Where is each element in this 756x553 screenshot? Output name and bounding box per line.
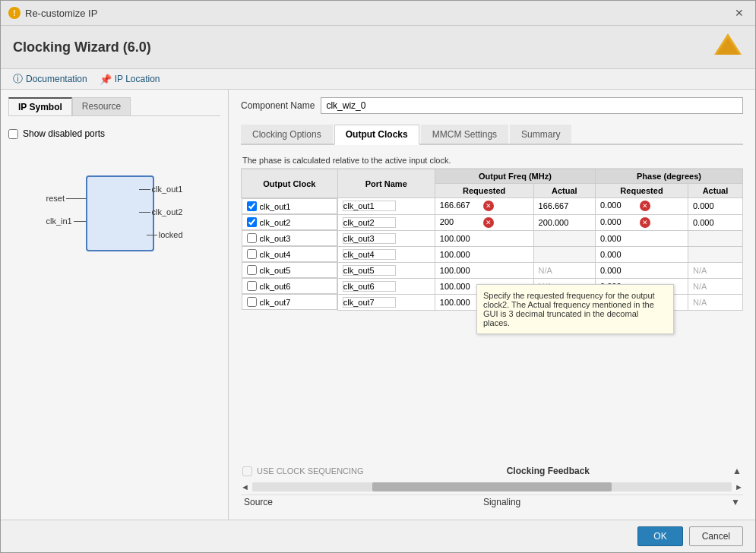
col-group-output-freq: Output Freq (MHz) — [435, 169, 595, 184]
clock-checkbox-5[interactable] — [247, 281, 257, 291]
show-disabled-label: Show disabled ports — [23, 128, 105, 139]
clock-checkbox-3[interactable] — [247, 249, 257, 259]
output-clock-cell: clk_out1 — [242, 198, 337, 214]
scrollbar-row: ◄ ► — [241, 482, 743, 491]
freq-req-input-6[interactable] — [440, 298, 482, 307]
title-bar-left: ! Re-customize IP — [8, 7, 97, 19]
phase-requested-cell — [596, 262, 688, 278]
scroll-left-btn[interactable]: ◄ — [241, 482, 249, 491]
ip-location-link[interactable]: 📌 IP Location — [100, 74, 160, 85]
phase-req-input-1[interactable] — [600, 217, 638, 226]
wizard-title: Clocking Wizard (6.0) — [13, 40, 151, 55]
freq-req-input-4[interactable] — [440, 266, 482, 275]
show-disabled-checkbox[interactable] — [8, 129, 18, 139]
clock-checkbox-6[interactable] — [247, 297, 257, 307]
freq-actual-cell — [533, 230, 595, 246]
tab-summary[interactable]: Summary — [510, 125, 571, 144]
clock-name: clk_out6 — [260, 282, 291, 291]
component-name-input[interactable] — [321, 97, 743, 114]
phase-req-input-3[interactable] — [600, 250, 638, 259]
component-name-row: Component Name — [241, 97, 743, 114]
tab-resource[interactable]: Resource — [72, 97, 131, 115]
content-area: IP Symbol Resource Show disabled ports r… — [1, 90, 755, 520]
right-panel: Component Name Clocking Options Output C… — [229, 90, 755, 520]
ip-symbol-container: reset clk_in1 clk_out1 c — [46, 168, 183, 259]
port-name-input-1[interactable] — [343, 217, 396, 228]
phase-note: The phase is calculated relative to the … — [241, 151, 743, 169]
use-clock-seq-checkbox[interactable] — [242, 466, 252, 476]
freq-req-input-2[interactable] — [440, 234, 482, 243]
port-name-input-0[interactable] — [343, 201, 396, 211]
title-bar: ! Re-customize IP ✕ — [1, 1, 755, 26]
reset-label: reset — [46, 194, 65, 203]
nav-tabs: Clocking Options Output Clocks MMCM Sett… — [241, 125, 743, 145]
info-icon: ⓘ — [13, 72, 23, 86]
clock-name: clk_out4 — [260, 250, 291, 259]
tab-clocking-options[interactable]: Clocking Options — [241, 125, 333, 144]
phase-req-input-4[interactable] — [600, 266, 638, 275]
tab-mmcm-settings[interactable]: MMCM Settings — [421, 125, 508, 144]
source-label: Source — [244, 497, 273, 507]
cancel-button[interactable]: Cancel — [689, 526, 743, 546]
port-name-input-2[interactable] — [343, 233, 396, 244]
scrollbar-thumb — [372, 482, 612, 491]
scroll-right-btn[interactable]: ► — [735, 482, 743, 491]
port-name-cell — [337, 246, 435, 262]
port-name-input-3[interactable] — [343, 249, 396, 260]
warning-icon: ! — [8, 7, 21, 19]
clock-checkbox-0[interactable] — [247, 201, 257, 211]
port-name-input-4[interactable] — [343, 265, 396, 276]
col-freq-actual: Actual — [533, 184, 595, 198]
freq-req-input-5[interactable] — [440, 282, 482, 291]
use-clock-seq-row: USE CLOCK SEQUENCING — [242, 466, 364, 476]
freq-req-input-3[interactable] — [440, 250, 482, 259]
clock-checkbox-1[interactable] — [247, 217, 257, 227]
col-phase-actual: Actual — [688, 184, 742, 198]
signaling-label: Signaling — [483, 497, 520, 507]
ok-button[interactable]: OK — [637, 526, 682, 546]
freq-req-input-0[interactable] — [440, 201, 482, 210]
clear-freq-btn-1[interactable]: ✕ — [483, 217, 494, 228]
vivado-logo — [713, 32, 743, 62]
tooltip-text: Specify the requested frequency for the … — [483, 291, 655, 327]
tab-ip-symbol[interactable]: IP Symbol — [8, 97, 72, 115]
clock-checkbox-4[interactable] — [247, 265, 257, 275]
col-phase-requested: Requested — [596, 184, 688, 198]
tooltip: Specify the requested frequency for the … — [476, 284, 674, 334]
phase-req-input-0[interactable] — [600, 201, 638, 210]
clock-name: clk_out5 — [260, 266, 291, 275]
port-name-input-6[interactable] — [343, 297, 396, 308]
clock-checkbox-2[interactable] — [247, 233, 257, 243]
clk-out2-port: clk_out2 — [139, 207, 183, 216]
freq-req-input-1[interactable] — [440, 217, 482, 226]
clk-in1-label: clk_in1 — [46, 216, 72, 226]
phase-requested-cell — [596, 230, 688, 246]
documentation-link[interactable]: ⓘ Documentation — [13, 72, 87, 86]
port-name-input-5[interactable] — [343, 281, 396, 292]
table-row: clk_out3 — [242, 230, 743, 246]
freq-requested-cell — [435, 246, 533, 262]
tab-output-clocks[interactable]: Output Clocks — [334, 125, 419, 145]
clear-phase-btn-1[interactable]: ✕ — [640, 217, 650, 228]
clear-freq-btn-0[interactable]: ✕ — [483, 201, 494, 211]
clk-in1-port: clk_in1 — [46, 216, 92, 226]
scroll-up-btn[interactable]: ▲ — [732, 466, 742, 476]
phase-actual-cell: 0.000 — [688, 198, 742, 215]
left-tabs: IP Symbol Resource — [8, 97, 220, 116]
ip-location-label: IP Location — [115, 74, 160, 84]
port-name-cell — [337, 262, 435, 278]
scroll-down-btn[interactable]: ▼ — [731, 497, 740, 507]
phase-requested-cell: ✕ — [596, 214, 688, 230]
output-clock-cell: clk_out3 — [242, 230, 337, 246]
clock-name: clk_out3 — [260, 234, 291, 243]
phase-req-input-2[interactable] — [600, 234, 638, 243]
horizontal-scrollbar[interactable] — [252, 482, 732, 491]
output-clock-cell: clk_out6 — [242, 278, 337, 294]
clk-out1-label: clk_out1 — [152, 185, 183, 194]
clock-table-wrapper[interactable]: Output Clock Port Name Output Freq (MHz)… — [241, 169, 743, 460]
close-button[interactable]: ✕ — [731, 5, 748, 21]
col-freq-requested: Requested — [435, 184, 533, 198]
clock-name: clk_out1 — [260, 202, 291, 211]
clear-phase-btn-0[interactable]: ✕ — [640, 201, 650, 211]
freq-actual-cell: 200.000 — [533, 214, 595, 230]
